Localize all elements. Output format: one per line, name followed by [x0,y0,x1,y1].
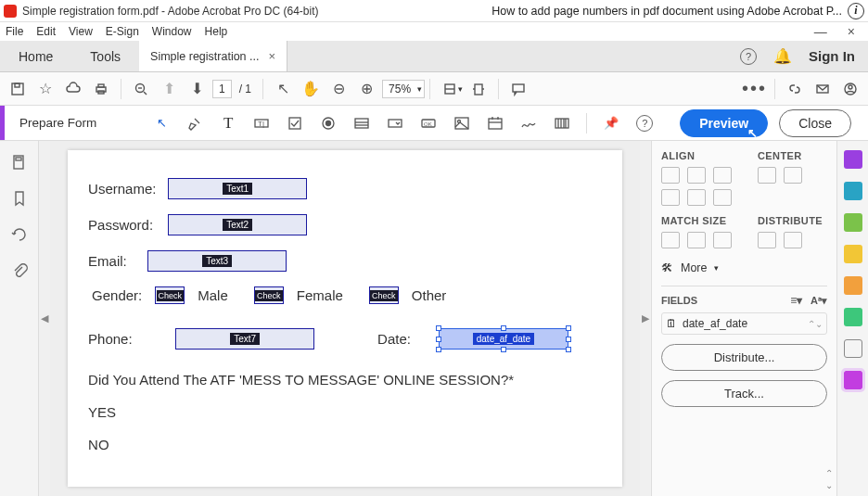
signature-tool-icon[interactable] [516,111,542,135]
zoom-out-glass-icon[interactable] [129,77,153,101]
phone-field[interactable]: Text7 [175,328,314,350]
tool-rail-1-icon[interactable] [844,150,862,169]
center-h-icon[interactable] [758,167,776,184]
button-tool-icon[interactable]: OK [415,111,441,135]
svg-line-6 [144,92,147,95]
image-tool-icon[interactable] [449,111,475,135]
mail-icon[interactable] [811,77,835,101]
match-width-icon[interactable] [661,232,680,248]
menu-help[interactable]: Help [205,25,228,38]
checkbox-tool-icon[interactable] [282,111,308,135]
tab-home[interactable]: Home [0,41,71,71]
menu-view[interactable]: View [69,25,93,38]
tool-rail-prepare-form-icon[interactable] [844,371,862,389]
star-icon[interactable]: ☆ [33,77,57,101]
page-number-input[interactable]: 1 [212,80,232,98]
info-icon[interactable]: i [848,3,864,19]
align-center-v-icon[interactable] [687,189,706,206]
radio-tool-icon[interactable] [315,111,341,135]
distribute-button[interactable]: Distribute... [661,344,827,371]
sort-icon[interactable]: ≡▾ [790,294,802,307]
help-circle-icon[interactable]: ? [632,111,657,135]
svg-text:OK: OK [424,121,432,127]
zoom-in-icon[interactable]: ⊕ [354,77,378,101]
align-center-h-icon[interactable] [687,167,706,184]
tab-close-icon[interactable]: × [268,49,275,63]
overflow-icon[interactable]: ••• [742,78,767,99]
fields-list-item[interactable]: 🗓 date_af_date ⌃⌄ [661,312,827,335]
cloud-icon[interactable] [61,77,85,101]
date-field-tag: date_af_date [473,333,534,345]
align-right-icon[interactable] [713,167,732,184]
date-tool-icon[interactable] [482,111,508,135]
tool-rail-6-icon[interactable] [844,308,862,326]
hand-icon[interactable]: ✋ [299,77,323,101]
save-icon[interactable] [6,77,30,101]
match-height-icon[interactable] [687,232,706,248]
date-field[interactable]: date_af_date [439,328,568,350]
username-field[interactable]: Text1 [168,178,307,199]
menu-window[interactable]: Window [152,25,192,38]
align-heading: ALIGN [661,150,732,161]
tool-rail-7-icon[interactable] [844,339,862,358]
match-both-icon[interactable] [713,232,732,248]
link-icon[interactable] [783,77,807,101]
other-checkbox[interactable]: Check [369,286,399,304]
male-checkbox[interactable]: Check [155,286,185,304]
list-tool-icon[interactable] [349,111,375,135]
scroll-up-icon[interactable]: ⌃ [825,468,833,478]
close-button[interactable]: Close [779,109,851,137]
pointer-icon[interactable]: ↖ [271,77,295,101]
tab-document[interactable]: Simple registration ... × [139,41,287,71]
expand-field-icon[interactable]: ⌃⌄ [808,319,823,329]
align-left-icon[interactable] [661,167,680,184]
tab-tools[interactable]: Tools [71,41,139,71]
az-icon[interactable]: Aᵃ▾ [811,295,827,306]
dropdown-tool-icon[interactable] [382,111,408,135]
preview-button[interactable]: Preview↖ [680,109,768,137]
distribute-v-icon[interactable] [784,232,802,248]
textfield-tool-icon[interactable]: T| [249,111,274,135]
collapse-left-icon[interactable]: ◀ [39,141,50,496]
print-icon[interactable] [89,77,113,101]
history-icon[interactable] [11,226,28,246]
bell-icon[interactable]: 🔔 [773,47,792,65]
barcode-tool-icon[interactable] [549,111,575,135]
sign-in-button[interactable]: Sign In [809,48,855,64]
align-bottom-icon[interactable] [713,189,732,206]
menu-edit[interactable]: Edit [36,25,56,38]
menu-file[interactable]: File [6,25,23,38]
prev-icon[interactable]: ⬆ [157,77,181,101]
center-v-icon[interactable] [784,167,802,184]
scroll-down-icon[interactable]: ⌄ [825,480,833,490]
menu-esign[interactable]: E-Sign [106,25,139,38]
text-tool-icon[interactable]: T [215,111,241,135]
help-icon[interactable]: ? [740,48,757,65]
collapse-right-icon[interactable]: ▶ [640,141,651,496]
minimize-icon[interactable]: — [814,24,827,39]
more-label[interactable]: More [681,261,707,274]
pin-icon[interactable]: 📌 [598,111,624,135]
select-tool-icon[interactable]: ↖ [148,111,174,135]
next-icon[interactable]: ⬇ [185,77,209,101]
password-field[interactable]: Text2 [168,214,307,235]
close-icon[interactable]: × [848,24,855,39]
tool-rail-2-icon[interactable] [844,182,862,200]
account-icon[interactable] [838,77,862,101]
zoom-out-icon[interactable]: ⊖ [326,77,351,101]
attachment-icon[interactable] [11,262,28,282]
comment-icon[interactable] [506,77,530,101]
tool-rail-5-icon[interactable] [844,276,862,295]
distribute-h-icon[interactable] [758,232,776,248]
thumbnails-icon[interactable] [11,154,28,173]
align-top-icon[interactable] [661,189,680,206]
tool-rail-3-icon[interactable] [844,213,862,232]
track-button[interactable]: Track... [661,380,827,407]
female-checkbox[interactable]: Check [254,286,284,304]
bookmark-icon[interactable] [11,190,28,210]
page-width-icon[interactable] [466,77,491,101]
edit-tool-icon[interactable] [182,111,208,135]
password-label: Password: [88,217,168,233]
email-field[interactable]: Text3 [147,250,287,272]
tool-rail-4-icon[interactable] [844,245,862,263]
